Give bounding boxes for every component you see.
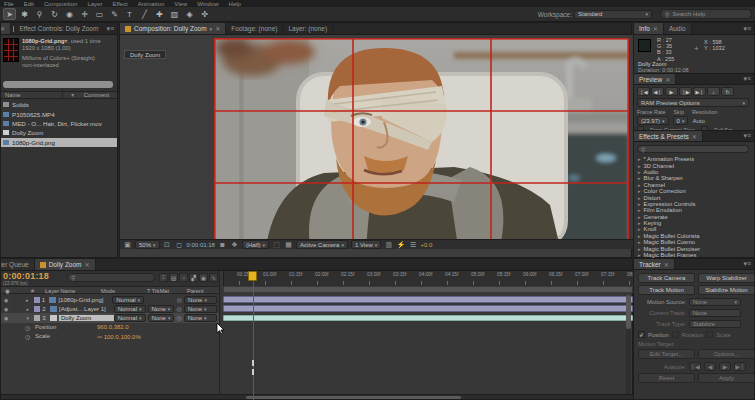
menu-edit[interactable]: Edit <box>24 1 34 6</box>
tab-layer[interactable]: Layer: (none) <box>283 23 333 34</box>
ram-preview-options-select[interactable]: RAM Preview Options <box>637 98 749 107</box>
mask-visibility-icon[interactable]: ◻ <box>175 240 184 250</box>
column-hash[interactable]: # <box>31 288 34 294</box>
column-comment[interactable]: ▾ Comment <box>62 92 117 98</box>
pickwhip-icon[interactable]: ◎ <box>177 296 182 303</box>
pan-behind-tool[interactable]: ✛ <box>78 8 91 20</box>
type-tool[interactable]: T <box>123 8 136 20</box>
tab-render-queue[interactable]: Render Queue <box>1 259 35 270</box>
rotation-checkbox[interactable] <box>672 331 679 338</box>
layer-parent-select[interactable]: None <box>184 314 217 322</box>
project-item[interactable]: Dolly Zoom <box>1 128 117 137</box>
help-search-input[interactable]: ⚲ Search Help <box>660 9 752 19</box>
stopwatch-icon[interactable]: ◷ <box>25 333 35 340</box>
close-icon[interactable]: ✕ <box>653 25 658 32</box>
grid-guides-icon[interactable]: ▣ <box>123 240 132 250</box>
close-icon[interactable]: ✕ <box>692 133 697 140</box>
panel-menu-icon[interactable]: ▾≡ <box>740 23 754 34</box>
selection-tool[interactable]: ➤ <box>3 8 16 20</box>
panel-menu-icon[interactable]: ▾≡ <box>740 131 754 141</box>
loop-button[interactable]: ↻ <box>721 87 734 96</box>
time-ruler[interactable]: 00:15f01:00f01:15f02:00f02:15f03:00f03:1… <box>223 271 633 286</box>
eye-icon[interactable]: ◉ <box>4 315 8 321</box>
layer-row[interactable]: ◉▸1[1080p-Grid.png]Normal◎None <box>1 295 219 304</box>
transparency-grid-icon[interactable]: ▦ <box>284 240 293 250</box>
work-area-bar[interactable] <box>223 286 633 293</box>
unified-camera-tool[interactable]: ◉ <box>63 8 76 20</box>
layer-color-chip[interactable] <box>34 315 40 321</box>
brush-tool[interactable]: ╱ <box>138 8 151 20</box>
resolution-value[interactable]: Auto <box>692 118 704 124</box>
project-column-headers[interactable]: Name ▾ Comment <box>1 91 117 99</box>
prev-frame-button[interactable]: ◀❘ <box>651 87 664 96</box>
current-timecode[interactable]: 0:00:01:18 <box>3 271 49 281</box>
pixel-aspect-icon[interactable]: ▥ <box>384 240 393 250</box>
property-value[interactable]: ∾ 100.0,100.0% <box>97 333 141 340</box>
chevron-down-icon[interactable]: ▾ <box>26 315 34 321</box>
track-motion-button[interactable]: Track Motion <box>638 285 695 295</box>
exposure-value[interactable]: +0.0 <box>420 242 432 248</box>
panel-menu-icon[interactable]: ▾≡ <box>740 259 754 269</box>
layer-trkmat-select[interactable]: None <box>148 314 175 322</box>
layer-av-features[interactable]: ◉ <box>1 297 26 303</box>
close-icon[interactable]: ✕ <box>215 25 220 32</box>
effects-search-input[interactable]: ⚲ <box>637 145 749 153</box>
layer-name[interactable]: [1080p-Grid.png] <box>58 297 112 303</box>
column-mode[interactable]: Mode <box>101 288 115 294</box>
pen-tool[interactable]: ✎ <box>108 8 121 20</box>
layer-color-chip[interactable] <box>34 297 40 303</box>
tab-tracker[interactable]: Tracker✕ <box>634 259 675 269</box>
zoom-tool[interactable]: ⚲ <box>33 8 46 20</box>
layer-av-features[interactable]: ◉ <box>1 306 26 312</box>
layer-color-chip[interactable] <box>34 306 40 312</box>
workspace-select[interactable]: Standard <box>574 10 652 19</box>
options-button[interactable]: Options... <box>698 349 755 359</box>
video-frame[interactable] <box>214 38 629 247</box>
menu-effect[interactable]: Effect <box>112 1 127 6</box>
layer-duration-bar[interactable] <box>223 305 633 312</box>
analyze-backward-1-button[interactable]: ❘◀ <box>689 362 701 371</box>
tab-audio[interactable]: Audio <box>664 23 692 34</box>
eraser-tool[interactable]: ▨ <box>168 8 181 20</box>
eye-icon[interactable]: ◉ <box>4 297 8 303</box>
layer-mode-select[interactable]: Normal <box>112 296 144 304</box>
track-camera-button[interactable]: Track Camera <box>638 273 695 283</box>
draft-3d-icon[interactable]: ▤ <box>169 273 178 282</box>
pickwhip-icon[interactable]: ◎ <box>176 314 181 321</box>
fast-preview-icon[interactable]: ⚡ <box>396 240 405 250</box>
layer-row[interactable]: ◉▸2[Adjust... Layer 1]NormalNone◎None <box>1 304 219 313</box>
timeline-horizontal-scrollbar[interactable] <box>246 396 461 399</box>
menu-help[interactable]: Help <box>229 1 241 6</box>
analyze-forward-button[interactable]: ▶ <box>719 362 731 371</box>
layer-mode-select[interactable]: Normal <box>114 314 146 322</box>
camera-select[interactable]: Active Camera <box>296 240 348 249</box>
position-checkbox[interactable]: ✓ <box>638 331 645 338</box>
hide-shy-layers-icon[interactable]: ◔ <box>179 273 188 282</box>
next-frame-button[interactable]: ❘▶ <box>679 87 692 96</box>
chevron-right-icon[interactable]: ▸ <box>26 306 34 312</box>
project-search-input[interactable] <box>3 81 113 88</box>
timeline-button-icon[interactable]: ☰ <box>408 240 417 250</box>
skip-select[interactable]: 0 <box>673 116 689 125</box>
graph-editor-icon[interactable]: ∿ <box>209 273 218 282</box>
hand-tool[interactable]: ✱ <box>18 8 31 20</box>
frame-rate-select[interactable]: (23.97) <box>637 116 669 125</box>
timeline-column-headers[interactable]: ◉ # Layer Name Mode T TrkMat Parent <box>1 286 219 294</box>
property-row[interactable]: ◷Position960.0,382.0 <box>1 323 219 332</box>
play-button[interactable]: ▶ <box>665 87 678 96</box>
stabilize-motion-button[interactable]: Stabilize Motion <box>698 285 755 295</box>
tab-composition[interactable]: Composition: Dolly Zoom▾✕ <box>120 23 226 34</box>
current-time-indicator[interactable] <box>248 271 257 281</box>
layer-row[interactable]: ◉▾3Dolly ZoomNormalNone◎None <box>1 313 219 322</box>
layer-parent-select[interactable]: None <box>184 296 217 304</box>
motion-blur-icon[interactable]: ◉ <box>199 273 208 282</box>
puppet-pin-tool[interactable]: ✜ <box>198 8 211 20</box>
composition-mini-flowchart-icon[interactable]: ⌶ <box>159 273 168 282</box>
apply-button[interactable]: Apply <box>698 373 755 383</box>
first-frame-button[interactable]: ❘◀ <box>637 87 650 96</box>
view-layout-select[interactable]: 1 View <box>351 240 381 249</box>
tab-effect-controls[interactable]: Effect Controls: Dolly Zoom <box>14 23 103 34</box>
panel-menu-icon[interactable]: ▾≡ <box>103 23 117 34</box>
column-parent[interactable]: Parent <box>187 288 203 294</box>
analyze-backward-button[interactable]: ◀ <box>704 362 716 371</box>
